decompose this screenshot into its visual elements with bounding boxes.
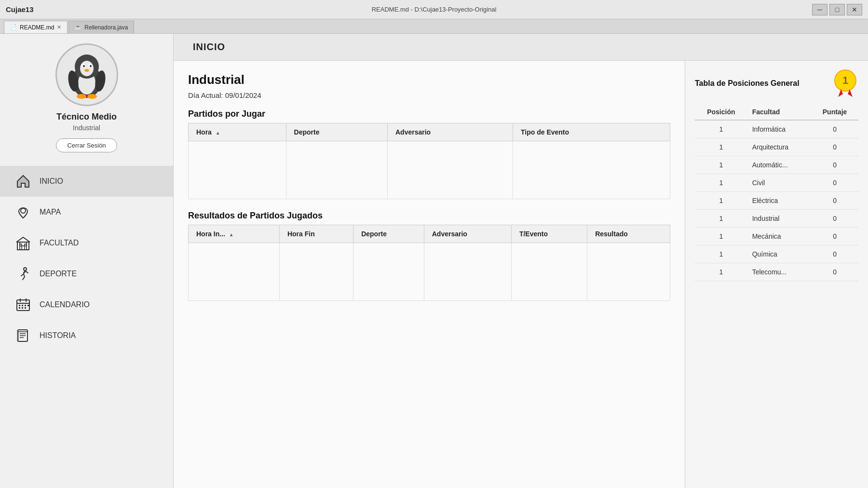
partidos-col-tipo[interactable]: Tipo de Evento <box>513 123 670 141</box>
lb-row-position: 1 <box>695 210 747 228</box>
window-title: README.md - D:\Cujae13-Proyecto-Original <box>372 6 497 13</box>
lb-col-position: Posición <box>695 104 747 120</box>
svg-text:1: 1 <box>842 74 848 86</box>
home-icon <box>14 173 32 190</box>
leaderboard-row: 1 Mecánica 0 <box>695 228 858 245</box>
partidos-title: Partidos por Jugar <box>188 109 670 119</box>
partidos-col-adversario[interactable]: Adversario <box>387 123 513 141</box>
lb-row-score: 0 <box>811 120 858 138</box>
resultados-col-hora-in[interactable]: Hora In... ▲ <box>189 225 280 243</box>
sidebar-item-calendario-label: CALENDARIO <box>40 300 90 309</box>
sidebar-item-deporte[interactable]: DEPORTE <box>0 258 173 289</box>
svg-rect-26 <box>22 305 23 306</box>
leaderboard-table: Posición Facultad Puntaje 1 Informática … <box>695 104 858 281</box>
sidebar-item-inicio[interactable]: INICIO <box>0 166 173 197</box>
svg-point-3 <box>80 61 94 76</box>
resultados-col-resultado[interactable]: Resultado <box>587 225 670 243</box>
lb-col-score: Puntaje <box>811 104 858 120</box>
tab-readme[interactable]: 📄 README.md ✕ <box>4 21 68 33</box>
user-name: Técnico Medio <box>56 112 117 122</box>
lb-row-position: 1 <box>695 120 747 138</box>
tab-readme-icon: 📄 <box>10 24 17 30</box>
lb-row-score: 0 <box>811 192 858 210</box>
svg-point-11 <box>77 94 86 99</box>
lb-row-score: 0 <box>811 245 858 263</box>
title-bar: Cujae13 README.md - D:\Cujae13-Proyecto-… <box>0 0 868 19</box>
book-icon <box>14 327 32 344</box>
tab-rellenadora-icon: ☕ <box>75 24 81 30</box>
lb-row-position: 1 <box>695 156 747 174</box>
lb-row-position: 1 <box>695 228 747 245</box>
sidebar-item-facultad[interactable]: FACULTAD <box>0 228 173 258</box>
map-icon <box>14 203 32 221</box>
app-name: Cujae13 <box>6 5 34 14</box>
resultados-col-hora-fin[interactable]: Hora Fin <box>279 225 353 243</box>
nav-section: INICIO MAPA <box>0 166 173 351</box>
avatar-image <box>60 48 113 101</box>
resultados-title: Resultados de Partidos Jugados <box>188 211 670 221</box>
resultados-col-tevento[interactable]: T/Evento <box>511 225 587 243</box>
lb-col-faculty: Facultad <box>747 104 811 120</box>
leaderboard-header: Tabla de Posiciones General 1 <box>695 70 858 96</box>
svg-point-6 <box>83 65 85 67</box>
lb-row-faculty: Mecánica <box>747 228 811 245</box>
lb-row-faculty: Civil <box>747 174 811 192</box>
lb-row-score: 0 <box>811 210 858 228</box>
partidos-empty-row <box>189 141 670 199</box>
minimize-button[interactable]: ─ <box>812 4 827 15</box>
sidebar-item-calendario[interactable]: CALENDARIO <box>0 289 173 320</box>
lb-row-faculty: Informática <box>747 120 811 138</box>
lb-row-faculty: Eléctrica <box>747 192 811 210</box>
lb-row-position: 1 <box>695 138 747 156</box>
svg-point-7 <box>90 65 92 67</box>
sidebar-item-facultad-label: FACULTAD <box>40 239 79 247</box>
sidebar-item-mapa[interactable]: MAPA <box>0 197 173 228</box>
resultados-col-deporte[interactable]: Deporte <box>353 225 424 243</box>
hora-sort-icon: ▲ <box>216 130 220 136</box>
partidos-col-hora[interactable]: Hora ▲ <box>189 123 286 141</box>
lb-row-score: 0 <box>811 263 858 281</box>
lb-row-faculty: Automátic... <box>747 156 811 174</box>
building-icon <box>14 234 32 252</box>
tab-bar: 📄 README.md ✕ ☕ Rellenadora.java <box>0 19 868 34</box>
lb-row-position: 1 <box>695 263 747 281</box>
leaderboard-row: 1 Eléctrica 0 <box>695 192 858 210</box>
content-body: Industrial Día Actual: 09/01/2024 Partid… <box>174 61 868 488</box>
leaderboard-row: 1 Arquitectura 0 <box>695 138 858 156</box>
lb-row-faculty: Industrial <box>747 210 811 228</box>
title-bar-left: Cujae13 <box>6 5 34 14</box>
resultados-table: Hora In... ▲ Hora Fin Deporte Adversario… <box>188 225 670 301</box>
sidebar-item-historia-label: HISTORIA <box>40 331 76 340</box>
leaderboard-row: 1 Automátic... 0 <box>695 156 858 174</box>
main-layout: Técnico Medio Industrial Cerrar Sesión I… <box>0 34 868 488</box>
hora-in-sort-icon: ▲ <box>229 232 234 237</box>
partidos-table: Hora ▲ Deporte Adversario Tipo de Evento <box>188 123 670 199</box>
svg-point-8 <box>84 69 89 72</box>
resultados-col-adversario[interactable]: Adversario <box>424 225 511 243</box>
sidebar-item-historia[interactable]: HISTORIA <box>0 320 173 351</box>
lb-row-score: 0 <box>811 174 858 192</box>
lb-row-position: 1 <box>695 192 747 210</box>
leaderboard-title: Tabla de Posiciones General <box>695 79 800 88</box>
section-faculty-title: Industrial <box>188 72 670 87</box>
user-faculty: Industrial <box>73 124 100 132</box>
tab-rellenadora-label: Rellenadora.java <box>84 24 128 31</box>
avatar <box>55 43 118 106</box>
lb-row-position: 1 <box>695 174 747 192</box>
leaderboard-row: 1 Química 0 <box>695 245 858 263</box>
sport-icon <box>14 265 32 283</box>
lb-row-score: 0 <box>811 228 858 245</box>
calendar-icon <box>14 296 32 313</box>
logout-button[interactable]: Cerrar Sesión <box>56 138 117 152</box>
tab-rellenadora[interactable]: ☕ Rellenadora.java <box>68 21 134 33</box>
partidos-col-deporte[interactable]: Deporte <box>286 123 387 141</box>
leaderboard-row: 1 Civil 0 <box>695 174 858 192</box>
tab-readme-close[interactable]: ✕ <box>57 24 61 30</box>
close-button[interactable]: ✕ <box>847 4 862 15</box>
maximize-button[interactable]: □ <box>829 4 845 15</box>
lb-row-faculty: Telecomu... <box>747 263 811 281</box>
lb-row-score: 0 <box>811 138 858 156</box>
page-title: INICIO <box>193 41 849 53</box>
leaderboard-panel: Tabla de Posiciones General 1 <box>685 61 868 488</box>
lb-row-faculty: Química <box>747 245 811 263</box>
